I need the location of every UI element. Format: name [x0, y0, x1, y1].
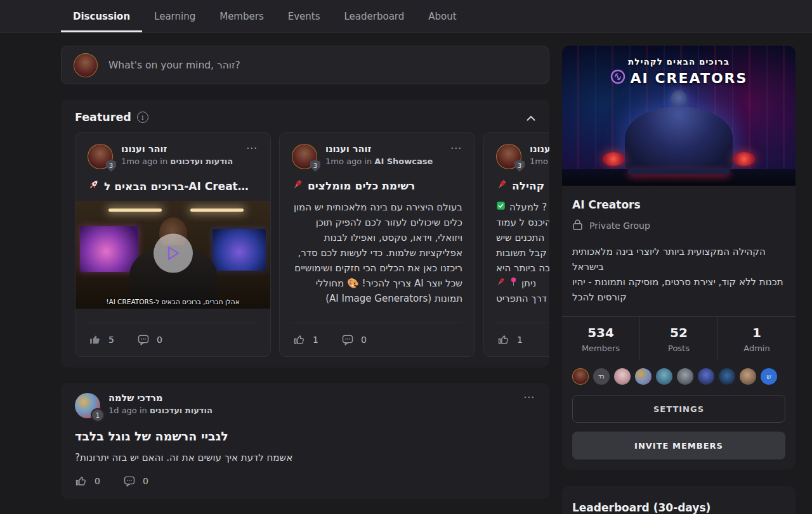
rocket-emoji: [88, 179, 100, 193]
current-user-avatar: [74, 53, 98, 77]
post-composer[interactable]: What's on your mind, זוהר?: [61, 46, 549, 84]
post-meta: 1d ago in הודעות ועדכונים: [108, 406, 213, 415]
member-avatar[interactable]: [719, 368, 735, 385]
post-title[interactable]: ברוכים הבאים ל-AI Creat…: [104, 180, 249, 193]
tab-about[interactable]: About: [416, 0, 468, 32]
member-avatar[interactable]: [698, 368, 714, 385]
member-avatar[interactable]: [677, 368, 693, 385]
privacy-label: Private Group: [589, 221, 650, 231]
like-button[interactable]: 1: [293, 333, 318, 346]
post-body: למעלה ? היכנס ל עמוד התכנים שיש קבל תשוב…: [496, 200, 549, 306]
featured-card-welcome[interactable]: 3 זוהר וענונו 1mo ago in הודעות ועדכונים…: [75, 132, 271, 357]
author-name[interactable]: זוהר וענונו: [530, 144, 549, 154]
like-count: 1: [517, 335, 523, 345]
level-badge: 1: [92, 409, 103, 421]
like-count: 1: [313, 335, 318, 345]
leaderboard-card: Leaderboard (30-days): [562, 486, 796, 514]
post-title[interactable]: רשימת כלים מומלצים: [308, 179, 415, 192]
author-name[interactable]: זוהר וענונו: [325, 144, 433, 154]
like-count: 5: [108, 335, 114, 345]
featured-section: Featured i 3 זוהר וענונו 1mo ago in הודע…: [61, 100, 549, 368]
avatar[interactable]: 1: [75, 393, 100, 418]
video-thumbnail[interactable]: אהלן חברים, ברוכים הבאים ל-AI CREATORS!: [75, 201, 270, 309]
comment-button[interactable]: 0: [341, 333, 367, 346]
more-menu-button[interactable]: ⋯: [449, 144, 462, 153]
tab-learning[interactable]: Learning: [142, 0, 207, 32]
featured-card-community[interactable]: 3 זוהר וענונו 1mo ago in קהילה: [483, 132, 549, 357]
pushpin-emoji: [496, 276, 506, 291]
category-link[interactable]: הודעות ועדכונים: [150, 406, 213, 415]
comment-button[interactable]: 0: [137, 333, 162, 346]
play-button[interactable]: [154, 234, 193, 273]
post-title[interactable]: קהילה: [512, 179, 544, 192]
banner-brand-text: AI CREATORS: [631, 70, 748, 86]
member-avatar[interactable]: [740, 368, 756, 385]
lock-icon: [572, 219, 583, 233]
like-button[interactable]: 1: [497, 333, 523, 346]
member-avatar[interactable]: [614, 368, 631, 385]
group-info-card: ברוכים הבאים לקהילת AI CREATORS AI Creat…: [562, 46, 796, 470]
group-cover-image: ברוכים הבאים לקהילת AI CREATORS: [562, 46, 796, 186]
comment-icon: [341, 333, 354, 346]
level-badge: 3: [514, 160, 525, 172]
invite-members-button[interactable]: INVITE MEMBERS: [572, 432, 785, 459]
pushpin-emoji: [292, 179, 303, 193]
comment-count: 0: [143, 476, 148, 486]
monitor-right: [213, 229, 266, 271]
post-meta: 1mo ago in הודעות ועדכונים: [121, 157, 233, 166]
chevron-up-icon[interactable]: [527, 112, 535, 124]
feed-post[interactable]: 1 מרדכי שלמה 1d ago in הודעות ועדכונים ⋯…: [61, 383, 549, 499]
stat-members[interactable]: 534 Members: [562, 317, 639, 361]
more-menu-button[interactable]: ⋯: [245, 144, 258, 153]
roundpin-emoji: [509, 276, 518, 291]
studio-light: [190, 209, 244, 212]
member-avatar-row: בדש: [562, 361, 796, 395]
settings-button[interactable]: SETTINGS: [572, 395, 785, 423]
comment-count: 0: [157, 335, 162, 345]
like-button[interactable]: 0: [75, 475, 100, 487]
avatar[interactable]: 3: [88, 144, 113, 169]
group-description: הקהילה המקצועית ביותר ליוצרי בינה מלאכות…: [572, 244, 785, 316]
leaderboard-title: Leaderboard (30-days): [572, 501, 785, 514]
video-caption: אהלן חברים, ברוכים הבאים ל-AI CREATORS!: [75, 298, 270, 305]
member-avatar[interactable]: [656, 368, 672, 385]
group-tab-bar: Discussion Learning Members Events Leade…: [0, 0, 812, 33]
avatar[interactable]: 3: [496, 144, 521, 169]
tab-members[interactable]: Members: [207, 0, 276, 32]
brain-icon: [610, 69, 625, 87]
stat-posts[interactable]: 52 Posts: [639, 317, 717, 361]
member-avatar[interactable]: [635, 368, 652, 385]
thumbs-up-icon: [497, 333, 510, 346]
post-meta: 1mo ago in: [530, 157, 549, 166]
comment-button[interactable]: 0: [123, 475, 148, 487]
more-menu-button[interactable]: ⋯: [522, 393, 535, 402]
featured-card-tools[interactable]: 3 זוהר וענונו 1mo ago in AI Showcase ⋯ ר…: [279, 132, 475, 357]
member-avatar[interactable]: ש: [761, 368, 777, 385]
group-stats: 534 Members 52 Posts 1 Admin: [562, 316, 796, 361]
info-icon[interactable]: i: [137, 112, 148, 123]
stat-admin[interactable]: 1 Admin: [717, 317, 796, 361]
author-name[interactable]: מרדכי שלמה: [108, 393, 213, 403]
tab-discussion[interactable]: Discussion: [61, 0, 142, 32]
comment-icon: [137, 333, 150, 346]
post-body: אשמח לדעת איך עושים את זה. והאם יש בזה י…: [75, 452, 535, 463]
avatar[interactable]: 3: [292, 144, 317, 169]
studio-light: [108, 209, 162, 212]
composer-prompt: What's on your mind, זוהר?: [108, 60, 240, 71]
tab-events[interactable]: Events: [276, 0, 332, 32]
author-name[interactable]: זוהר וענונו: [121, 144, 233, 154]
member-avatar[interactable]: [572, 368, 589, 385]
level-badge: 3: [106, 160, 116, 172]
tab-leaderboard[interactable]: Leaderboard: [332, 0, 417, 32]
thumbs-up-icon: [293, 333, 306, 346]
member-avatar[interactable]: בד: [593, 368, 610, 385]
post-title[interactable]: לגביי הרשמה של גוגל בלבד: [75, 429, 535, 443]
category-link[interactable]: AI Showcase: [374, 157, 433, 166]
category-link[interactable]: הודעות ועדכונים: [170, 157, 233, 166]
like-button[interactable]: 5: [89, 333, 114, 346]
featured-cards-row: 3 זוהר וענונו 1mo ago in הודעות ועדכונים…: [61, 132, 549, 357]
group-name: AI Creators: [572, 198, 785, 211]
check-emoji: [496, 200, 506, 215]
pushpin-emoji: [496, 179, 508, 193]
monitor-left: [80, 226, 138, 272]
